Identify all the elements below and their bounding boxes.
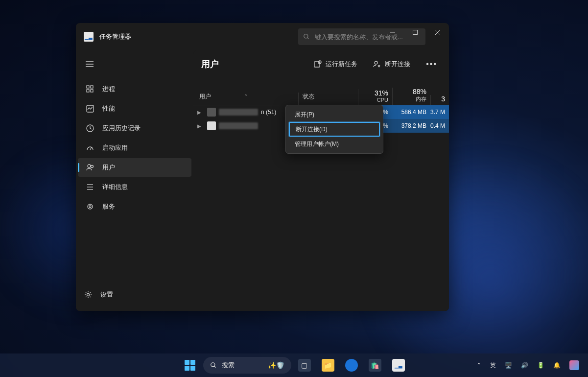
sidebar-item-label: 应用历史记录 [102,124,141,133]
username-redacted [219,109,258,116]
sidebar-item-label: 用户 [102,163,115,172]
explorer-button[interactable]: 📁 [318,355,338,375]
svg-point-17 [91,165,94,168]
chart-icon [86,105,94,113]
tray-monitor-icon[interactable]: 🖥️ [503,360,514,371]
task-view-button[interactable]: ▢ [294,355,315,375]
sidebar-item-performance[interactable]: 性能 [78,99,191,118]
column-memory[interactable]: 88% 内存 [392,88,430,105]
history-icon [86,124,94,132]
svg-point-21 [88,204,93,209]
column-user[interactable]: ⌃ 用户 [193,93,298,105]
sidebar-item-processes[interactable]: 进程 [78,80,191,98]
task-manager-window: ▁▃ 任务管理器 进程 性能 [76,23,449,311]
extra-cell: 3.7 M [430,105,449,119]
chevron-right-icon[interactable]: ▶ [197,110,204,115]
column-extra[interactable]: 3 [430,95,449,105]
more-options-button[interactable]: ••• [422,57,441,71]
speed-icon [86,144,94,152]
list-icon [86,183,94,191]
minimize-button[interactable] [381,23,404,42]
svg-point-31 [211,363,214,367]
svg-point-16 [88,165,91,167]
svg-rect-12 [91,90,93,92]
app-title: 任务管理器 [99,32,131,41]
ctx-disconnect[interactable]: 断开连接(D) [289,122,380,137]
mem-cell: 586.4 MB [392,105,430,119]
run-new-task-button[interactable]: 运行新任务 [310,57,361,71]
tray-chevron-up-icon[interactable]: ⌃ [474,360,483,371]
battery-icon[interactable]: 🔋 [535,360,546,371]
sort-caret-icon: ⌃ [244,94,248,99]
extra-cell: 0.4 M [430,119,449,133]
sidebar-item-label: 服务 [102,202,115,211]
sidebar: 进程 性能 应用历史记录 启动应用 用户 [76,50,193,311]
run-task-icon [314,60,322,68]
sidebar-item-users[interactable]: 用户 [78,158,191,177]
mem-cell: 378.2 MB [392,119,430,133]
column-status[interactable]: 状态 [298,93,358,105]
taskbar-search[interactable]: 搜索 ✨🛡️ [203,357,291,374]
svg-line-32 [214,366,215,368]
svg-rect-3 [413,30,418,35]
chevron-right-icon[interactable]: ▶ [197,123,204,129]
volume-icon[interactable]: 🔊 [519,360,530,371]
disconnect-button[interactable]: 断开连接 [369,57,414,71]
sidebar-item-app-history[interactable]: 应用历史记录 [78,119,191,138]
close-button[interactable] [426,23,449,42]
svg-point-23 [87,294,90,296]
app-icon: ▁▃ [84,32,94,42]
table-header: ⌃ 用户 状态 31% CPU 88% 内存 3 [193,78,449,105]
ctx-expand[interactable]: 展开(P) [286,107,383,122]
sidebar-item-settings[interactable]: 设置 [76,285,193,304]
notification-icon[interactable]: 🔔 [551,360,563,371]
svg-point-22 [89,206,91,208]
task-manager-taskbar[interactable]: ▁▃ [388,355,409,375]
copilot-button[interactable] [567,358,581,372]
store-icon: 🛍️ [369,359,381,372]
folder-icon: 📁 [322,359,334,372]
windows-icon [185,360,195,371]
content-area: 用户 运行新任务 断开连接 ••• ⌃ 用户 状态 31% [193,50,449,311]
taskbar: 搜索 ✨🛡️ ▢ 📁 🛍️ ▁▃ ⌃ 英 🖥️ 🔊 🔋 🔔 [0,353,588,377]
search-decoration-icon: ✨🛡️ [268,361,284,369]
page-title: 用户 [201,58,302,70]
avatar [207,121,216,130]
hamburger-icon [86,61,94,67]
username-redacted [219,122,258,129]
svg-point-0 [304,34,308,38]
svg-line-15 [90,147,92,150]
svg-point-28 [375,61,377,64]
task-view-icon: ▢ [298,359,311,372]
column-cpu[interactable]: 31% CPU [358,89,392,105]
ctx-manage-account[interactable]: 管理用户帐户(M) [286,137,383,151]
settings-label: 设置 [100,290,113,299]
disconnect-icon [373,60,381,68]
store-button[interactable]: 🛍️ [365,355,385,375]
svg-rect-10 [91,86,93,88]
sidebar-item-label: 进程 [102,85,115,94]
context-menu: 展开(P) 断开连接(D) 管理用户帐户(M) [285,105,383,154]
search-icon [210,362,217,369]
search-icon [303,33,310,40]
svg-line-1 [307,38,309,39]
titlebar: ▁▃ 任务管理器 [76,23,449,50]
hamburger-button[interactable] [76,54,193,74]
start-button[interactable] [180,355,200,375]
edge-icon [345,359,358,372]
svg-rect-24 [314,62,320,67]
sidebar-item-label: 性能 [102,104,115,113]
task-manager-icon: ▁▃ [392,359,405,372]
settings-icon [84,291,93,299]
svg-rect-9 [87,86,89,88]
language-indicator[interactable]: 英 [488,359,498,372]
copilot-icon [569,360,579,370]
edge-button[interactable] [341,355,362,375]
sidebar-item-label: 启动应用 [102,143,128,152]
sidebar-item-details[interactable]: 详细信息 [78,178,191,196]
svg-rect-11 [87,90,89,92]
sidebar-item-startup[interactable]: 启动应用 [78,139,191,157]
sidebar-item-services[interactable]: 服务 [78,197,191,216]
sidebar-item-label: 详细信息 [102,183,128,191]
maximize-button[interactable] [404,23,426,42]
